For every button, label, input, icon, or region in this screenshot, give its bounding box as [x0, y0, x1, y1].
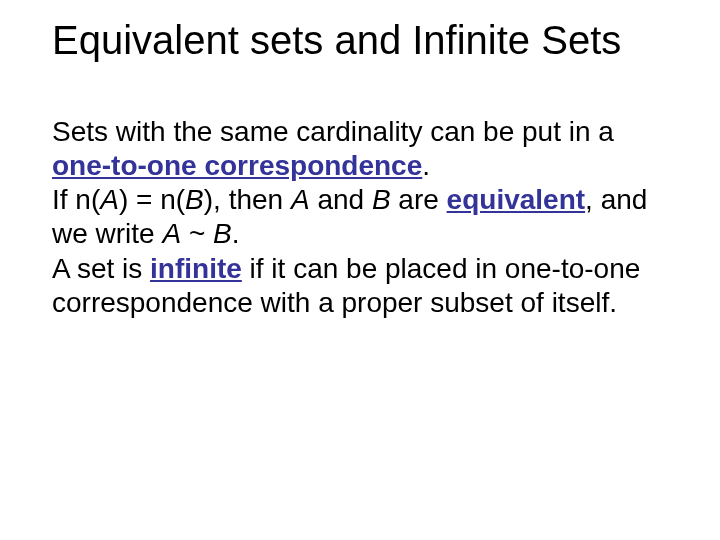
text: .	[232, 218, 240, 249]
text: are	[391, 184, 447, 215]
text: .	[422, 150, 430, 181]
var-b: B	[213, 218, 232, 249]
text: ~	[181, 218, 213, 249]
text: If n(	[52, 184, 100, 215]
text: ) = n(	[119, 184, 185, 215]
slide-title: Equivalent sets and Infinite Sets	[52, 18, 680, 63]
var-b: B	[372, 184, 391, 215]
term-one-to-one: one-to-one correspondence	[52, 150, 422, 181]
paragraph-3: A set is infinite if it can be placed in…	[52, 252, 672, 320]
var-a: A	[100, 184, 119, 215]
text: A set is	[52, 253, 150, 284]
slide: Equivalent sets and Infinite Sets Sets w…	[0, 0, 720, 540]
slide-body: Sets with the same cardinality can be pu…	[52, 115, 672, 320]
var-a: A	[291, 184, 310, 215]
term-equivalent: equivalent	[447, 184, 585, 215]
text: ), then	[204, 184, 291, 215]
paragraph-2: If n(A) = n(B), then A and B are equival…	[52, 183, 672, 251]
term-infinite: infinite	[150, 253, 242, 284]
var-b: B	[185, 184, 204, 215]
text: Sets with the same cardinality can be pu…	[52, 116, 614, 147]
paragraph-1: Sets with the same cardinality can be pu…	[52, 115, 672, 183]
text: and	[310, 184, 372, 215]
var-a: A	[162, 218, 181, 249]
